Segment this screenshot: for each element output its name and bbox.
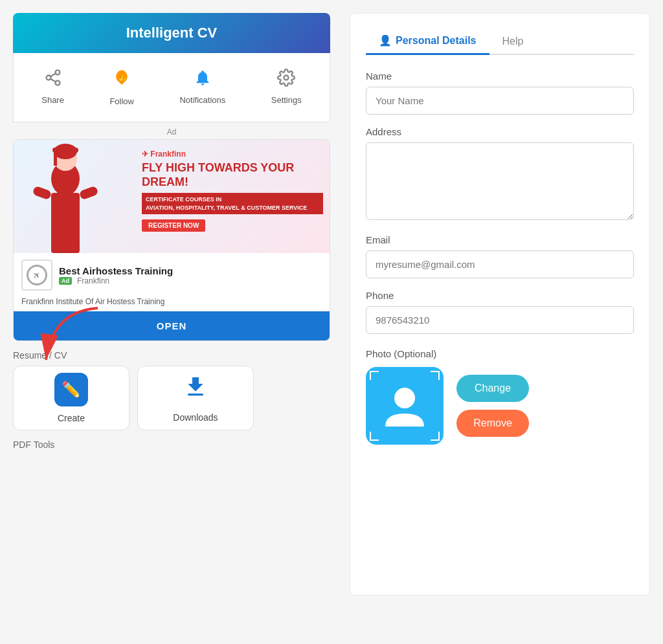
svg-rect-10 xyxy=(54,151,57,166)
tab-help-label: Help xyxy=(502,36,524,47)
ad-logo-inner: ✈ xyxy=(27,265,47,285)
settings-icon xyxy=(277,69,295,91)
ad-full-name: Frankfinn Institute Of Air Hostess Train… xyxy=(14,297,330,311)
plane-icon: ✈ xyxy=(30,269,43,282)
person-icon: 👤 xyxy=(379,34,392,47)
open-button[interactable]: OPEN xyxy=(14,311,330,340)
ad-sponsor-name: Best Airhostess Training xyxy=(59,265,322,276)
photo-section: Photo (Optional) Change Remove xyxy=(366,348,634,445)
downloads-label: Downloads xyxy=(173,412,218,423)
settings-action[interactable]: Settings xyxy=(264,63,309,111)
ad-badge: Ad xyxy=(59,277,72,285)
address-label: Address xyxy=(366,126,634,137)
ad-label: Ad xyxy=(13,128,330,137)
name-label: Name xyxy=(366,71,634,82)
ad-logo: ✈ xyxy=(21,260,52,291)
ad-headline: FLY HIGH TOWARDS YOUR DREAM! xyxy=(142,161,323,189)
email-label: Email xyxy=(366,234,634,245)
follow-icon: 👍 xyxy=(112,69,131,93)
share-label: Share xyxy=(41,95,64,105)
resume-section-label: Resume / CV xyxy=(13,350,330,361)
share-action[interactable]: Share xyxy=(34,63,72,111)
photo-placeholder[interactable] xyxy=(366,367,444,445)
email-input[interactable] xyxy=(366,250,634,278)
notifications-icon xyxy=(194,69,212,91)
left-panel: Intelligent CV Share 👍 Follow xyxy=(13,13,330,450)
remove-photo-button[interactable]: Remove xyxy=(456,410,529,437)
ad-banner[interactable]: ✈ Frankfinn FLY HIGH TOWARDS YOUR DREAM!… xyxy=(14,140,330,253)
ad-sponsor-sub-text: Frankfinn xyxy=(77,276,109,285)
ad-brand: ✈ Frankfinn xyxy=(142,150,323,159)
svg-rect-14 xyxy=(78,186,98,201)
app-title: Intelligent CV xyxy=(126,25,218,41)
ad-sub: CERTIFICATE COURSES IN AVIATION, HOSPITA… xyxy=(142,193,323,214)
address-input[interactable] xyxy=(366,142,634,220)
settings-label: Settings xyxy=(271,95,302,105)
right-panel: 👤 Personal Details Help Name Address Ema… xyxy=(350,13,650,595)
svg-rect-16 xyxy=(67,247,77,253)
downloads-button[interactable]: Downloads xyxy=(137,366,254,430)
svg-rect-13 xyxy=(32,186,52,201)
follow-label: Follow xyxy=(109,96,134,106)
ad-text-info: Best Airhostess Training Ad Frankfinn xyxy=(59,265,322,285)
resume-actions: ✏️ Create Downloads xyxy=(13,366,330,430)
svg-point-18 xyxy=(394,388,415,408)
tab-help[interactable]: Help xyxy=(489,28,537,55)
photo-row: Change Remove xyxy=(366,367,634,445)
ad-text-content: ✈ Frankfinn FLY HIGH TOWARDS YOUR DREAM!… xyxy=(142,150,323,232)
ad-sub-items: AVIATION, HOSPITALITY, TRAVEL & CUSTOMER… xyxy=(146,204,319,212)
phone-label: Phone xyxy=(366,290,634,301)
app-header: Intelligent CV xyxy=(13,13,330,53)
download-icon xyxy=(183,374,208,406)
ad-container: ✈ Frankfinn FLY HIGH TOWARDS YOUR DREAM!… xyxy=(13,139,330,341)
name-input[interactable] xyxy=(366,87,634,115)
svg-text:👍: 👍 xyxy=(118,74,127,82)
create-label: Create xyxy=(58,413,85,423)
ad-sponsor-sub: Ad Frankfinn xyxy=(59,276,322,285)
ad-cta: REGISTER NOW xyxy=(142,219,205,232)
phone-input[interactable] xyxy=(366,306,634,334)
create-button[interactable]: ✏️ Create xyxy=(13,366,129,430)
tabs-row: 👤 Personal Details Help xyxy=(366,27,634,55)
corner-tr xyxy=(431,371,440,380)
corner-bl xyxy=(370,432,379,441)
tab-personal-label: Personal Details xyxy=(396,35,477,47)
svg-rect-11 xyxy=(52,148,78,153)
change-photo-button[interactable]: Change xyxy=(456,375,529,402)
svg-point-6 xyxy=(284,76,289,80)
svg-rect-12 xyxy=(51,193,80,253)
svg-line-3 xyxy=(51,79,56,82)
notifications-label: Notifications xyxy=(179,95,225,105)
photo-buttons: Change Remove xyxy=(456,375,529,437)
create-icon-wrap: ✏️ xyxy=(54,373,88,406)
photo-label: Photo (Optional) xyxy=(366,348,634,359)
ad-footer: ✈ Best Airhostess Training Ad Frankfinn xyxy=(14,253,330,297)
action-buttons-row: Share 👍 Follow Notifications xyxy=(13,53,330,122)
follow-action[interactable]: 👍 Follow xyxy=(102,63,142,111)
corner-br xyxy=(431,432,440,441)
svg-rect-15 xyxy=(54,247,63,253)
share-icon xyxy=(44,69,62,91)
pdf-tools-label: PDF Tools xyxy=(13,439,330,450)
create-pencil-icon: ✏️ xyxy=(62,381,81,399)
photo-person-svg xyxy=(379,380,431,432)
corner-tl xyxy=(370,371,379,380)
tab-personal-details[interactable]: 👤 Personal Details xyxy=(366,28,489,55)
svg-line-4 xyxy=(51,74,56,77)
notifications-action[interactable]: Notifications xyxy=(172,63,233,111)
ad-sub-heading: CERTIFICATE COURSES IN xyxy=(146,195,319,204)
